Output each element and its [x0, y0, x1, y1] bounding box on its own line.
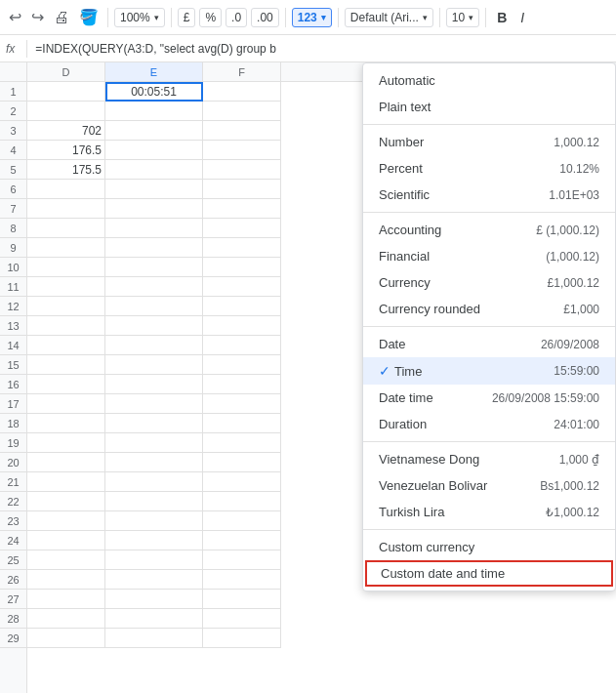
menu-item-time[interactable]: ✓Time15:59:00 [363, 357, 615, 385]
cell-E4[interactable] [105, 141, 203, 160]
cell-D9[interactable] [27, 238, 105, 258]
menu-item-currency[interactable]: Currency£1,000.12 [363, 269, 615, 296]
decimal0-button[interactable]: .0 [226, 8, 247, 27]
cell-F23[interactable] [203, 511, 281, 531]
formula-content[interactable]: =INDEX(QUERY(A3:D, "select avg(D) group … [35, 42, 275, 56]
cell-E25[interactable] [105, 550, 203, 570]
cell-F2[interactable] [203, 102, 281, 121]
cell-F5[interactable] [203, 160, 281, 180]
bold-button[interactable]: B [492, 8, 512, 27]
cell-F8[interactable] [203, 219, 281, 238]
redo-icon[interactable]: ↪ [28, 6, 47, 28]
cell-D19[interactable] [27, 433, 105, 453]
cell-D4[interactable]: 176.5 [27, 141, 105, 160]
cell-D12[interactable] [27, 297, 105, 316]
percent-button[interactable]: % [199, 8, 222, 27]
menu-item-venezuelan-bolivar[interactable]: Venezuelan BolivarBs1,000.12 [363, 472, 615, 499]
cell-F14[interactable] [203, 336, 281, 355]
cell-D29[interactable] [27, 629, 105, 648]
menu-item-number[interactable]: Number1,000.12 [363, 129, 615, 155]
menu-item-scientific[interactable]: Scientific1.01E+03 [363, 182, 615, 208]
cell-E3[interactable] [105, 121, 203, 141]
cell-D17[interactable] [27, 394, 105, 414]
col-header-F[interactable]: F [203, 62, 281, 81]
cell-F1[interactable] [203, 82, 281, 102]
menu-item-date[interactable]: Date26/09/2008 [363, 331, 615, 357]
menu-item-automatic[interactable]: Automatic [363, 67, 615, 94]
cell-F21[interactable] [203, 472, 281, 492]
cell-E19[interactable] [105, 433, 203, 453]
cell-F4[interactable] [203, 141, 281, 160]
cell-F10[interactable] [203, 258, 281, 277]
cell-F16[interactable] [203, 375, 281, 394]
cell-F25[interactable] [203, 550, 281, 570]
cell-D10[interactable] [27, 258, 105, 277]
cell-D21[interactable] [27, 472, 105, 492]
cell-F19[interactable] [203, 433, 281, 453]
undo-icon[interactable]: ↩ [6, 6, 24, 28]
cell-D26[interactable] [27, 570, 105, 590]
cell-E20[interactable] [105, 453, 203, 472]
italic-button[interactable]: I [515, 8, 529, 27]
menu-item-custom-date-time[interactable]: Custom date and time [365, 560, 613, 587]
cell-D22[interactable] [27, 492, 105, 511]
zoom-dropdown[interactable]: 100% ▾ [114, 8, 165, 27]
cell-D23[interactable] [27, 511, 105, 531]
cell-F3[interactable] [203, 121, 281, 141]
cell-E23[interactable] [105, 511, 203, 531]
menu-item-datetime[interactable]: Date time26/09/2008 15:59:00 [363, 385, 615, 411]
cell-F17[interactable] [203, 394, 281, 414]
cell-F24[interactable] [203, 531, 281, 550]
cell-E29[interactable] [105, 629, 203, 648]
font-size-dropdown[interactable]: 10 ▾ [446, 8, 479, 27]
menu-item-accounting[interactable]: Accounting£ (1,000.12) [363, 217, 615, 243]
cell-E10[interactable] [105, 258, 203, 277]
cell-F12[interactable] [203, 297, 281, 316]
cell-F13[interactable] [203, 316, 281, 336]
col-header-D[interactable]: D [27, 62, 105, 81]
cell-D18[interactable] [27, 414, 105, 433]
cell-D7[interactable] [27, 199, 105, 219]
cell-E27[interactable] [105, 590, 203, 609]
cell-D28[interactable] [27, 609, 105, 629]
cell-F9[interactable] [203, 238, 281, 258]
currency-button[interactable]: £ [178, 8, 196, 27]
cell-D2[interactable] [27, 102, 105, 121]
cell-F26[interactable] [203, 570, 281, 590]
cell-E8[interactable] [105, 219, 203, 238]
menu-item-custom-currency[interactable]: Custom currency [363, 534, 615, 560]
cell-D27[interactable] [27, 590, 105, 609]
cell-D25[interactable] [27, 550, 105, 570]
cell-F7[interactable] [203, 199, 281, 219]
cell-E1[interactable]: 00:05:51 [105, 82, 203, 102]
cell-F20[interactable] [203, 453, 281, 472]
font-dropdown[interactable]: Default (Ari... ▾ [345, 8, 433, 27]
paint-format-icon[interactable]: 🪣 [76, 6, 102, 28]
cell-D1[interactable] [27, 82, 105, 102]
cell-E21[interactable] [105, 472, 203, 492]
menu-item-currency-rounded[interactable]: Currency rounded£1,000 [363, 296, 615, 322]
menu-item-percent[interactable]: Percent10.12% [363, 155, 615, 182]
cell-E22[interactable] [105, 492, 203, 511]
cell-E13[interactable] [105, 316, 203, 336]
cell-E18[interactable] [105, 414, 203, 433]
col-header-E[interactable]: E [105, 62, 203, 81]
menu-item-financial[interactable]: Financial(1,000.12) [363, 243, 615, 269]
cell-E26[interactable] [105, 570, 203, 590]
cell-D24[interactable] [27, 531, 105, 550]
cell-E9[interactable] [105, 238, 203, 258]
cell-F27[interactable] [203, 590, 281, 609]
cell-F15[interactable] [203, 355, 281, 375]
cell-F22[interactable] [203, 492, 281, 511]
cell-E17[interactable] [105, 394, 203, 414]
cell-E2[interactable] [105, 102, 203, 121]
cell-E6[interactable] [105, 180, 203, 199]
menu-item-duration[interactable]: Duration24:01:00 [363, 411, 615, 437]
cell-F11[interactable] [203, 277, 281, 297]
format-number-dropdown[interactable]: 123 ▾ [292, 8, 332, 27]
cell-E16[interactable] [105, 375, 203, 394]
cell-E14[interactable] [105, 336, 203, 355]
cell-E28[interactable] [105, 609, 203, 629]
cell-D8[interactable] [27, 219, 105, 238]
decimal00-button[interactable]: .00 [251, 8, 279, 27]
